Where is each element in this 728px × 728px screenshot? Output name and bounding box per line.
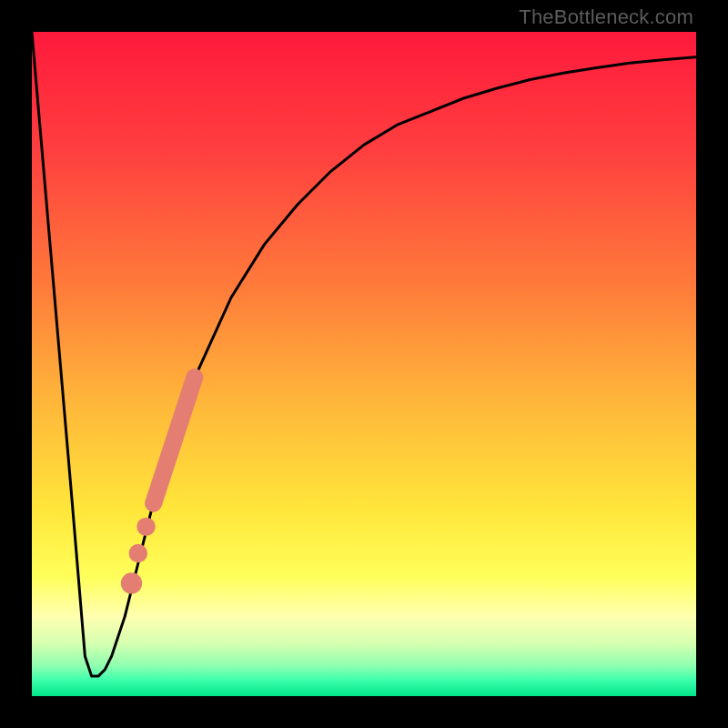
marker-segment: [154, 378, 195, 504]
marker-dot: [129, 544, 147, 562]
curve-markers: [121, 378, 195, 594]
bottleneck-curve: [32, 32, 696, 696]
marker-dot: [136, 518, 155, 536]
attribution-text: TheBottleneck.com: [519, 5, 693, 29]
plot-area: [32, 32, 696, 696]
marker-dot: [121, 572, 142, 593]
chart-frame: TheBottleneck.com: [0, 0, 728, 728]
